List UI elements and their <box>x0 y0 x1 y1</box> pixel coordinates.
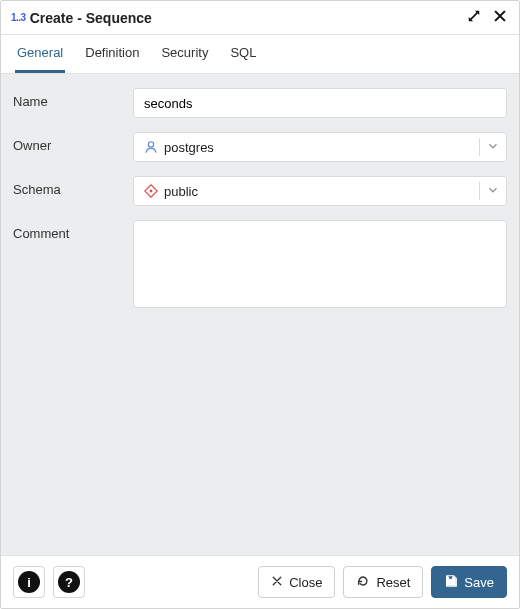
save-button[interactable]: Save <box>431 566 507 598</box>
schema-select[interactable]: public <box>133 176 507 206</box>
schema-icon <box>144 184 158 198</box>
tab-sql[interactable]: SQL <box>228 35 258 73</box>
close-button[interactable]: Close <box>258 566 335 598</box>
chevron-down-icon[interactable] <box>486 183 500 200</box>
close-icon[interactable] <box>491 7 509 28</box>
sequence-icon: 1..3 <box>11 12 26 23</box>
comment-input[interactable] <box>133 220 507 308</box>
svg-point-0 <box>148 142 153 147</box>
schema-label: Schema <box>13 176 133 197</box>
save-label: Save <box>464 575 494 590</box>
owner-select[interactable]: postgres <box>133 132 507 162</box>
reset-icon <box>356 574 370 591</box>
svg-point-2 <box>150 190 153 193</box>
info-icon: i <box>18 571 40 593</box>
tab-security[interactable]: Security <box>159 35 210 73</box>
tab-bar: General Definition Security SQL <box>1 35 519 74</box>
info-button[interactable]: i <box>13 566 45 598</box>
chevron-down-icon[interactable] <box>486 139 500 156</box>
tab-general[interactable]: General <box>15 35 65 73</box>
comment-label: Comment <box>13 220 133 241</box>
name-input[interactable] <box>133 88 507 118</box>
owner-value: postgres <box>164 140 214 155</box>
dialog-header: 1..3 Create - Sequence <box>1 1 519 35</box>
close-x-icon <box>271 575 283 590</box>
tab-definition[interactable]: Definition <box>83 35 141 73</box>
dialog-title: Create - Sequence <box>30 10 465 26</box>
save-icon <box>444 574 458 591</box>
expand-icon[interactable] <box>465 7 483 28</box>
reset-button[interactable]: Reset <box>343 566 423 598</box>
name-label: Name <box>13 88 133 109</box>
help-icon: ? <box>58 571 80 593</box>
reset-label: Reset <box>376 575 410 590</box>
form-body: Name Owner postgres <box>1 74 519 555</box>
owner-label: Owner <box>13 132 133 153</box>
dialog-footer: i ? Close Reset Save <box>1 555 519 608</box>
user-icon <box>144 140 158 154</box>
close-label: Close <box>289 575 322 590</box>
help-button[interactable]: ? <box>53 566 85 598</box>
schema-value: public <box>164 184 198 199</box>
